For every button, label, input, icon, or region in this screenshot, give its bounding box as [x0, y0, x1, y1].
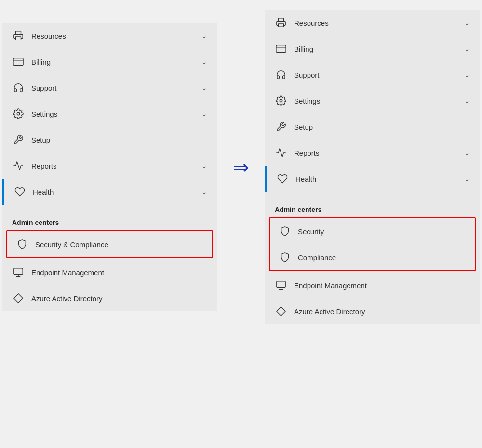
- svg-point-3: [17, 112, 20, 115]
- billing-label-r: Billing: [294, 45, 464, 53]
- setup-label: Setup: [31, 136, 207, 144]
- right-panel: Resources ⌄ Billing ⌄ Support ⌄: [265, 10, 480, 324]
- right-admin-list: Endpoint Management Azure Active Directo…: [265, 272, 480, 324]
- sidebar-item-support[interactable]: Support ⌄: [2, 75, 217, 101]
- chevron-icon: ⌄: [464, 149, 470, 157]
- sidebar-item-resources-r[interactable]: Resources ⌄: [265, 10, 480, 36]
- gear-icon: [12, 107, 25, 120]
- chevron-icon: ⌄: [201, 162, 207, 170]
- right-arrow-icon: ⇒: [233, 156, 249, 178]
- headset-icon: [12, 81, 25, 94]
- svg-rect-8: [279, 24, 284, 27]
- svg-point-11: [280, 99, 282, 102]
- chevron-icon: ⌄: [201, 84, 207, 92]
- billing-label: Billing: [31, 58, 201, 66]
- azure-ad-label: Azure Active Directory: [31, 294, 207, 303]
- sidebar-item-billing[interactable]: Billing ⌄: [2, 49, 217, 75]
- wrench-icon: [275, 120, 287, 133]
- reports-label-r: Reports: [294, 149, 464, 157]
- svg-marker-15: [277, 307, 285, 316]
- heart-icon: [13, 185, 26, 198]
- sidebar-item-settings-r[interactable]: Settings ⌄: [265, 88, 480, 114]
- credit-card-icon: [275, 42, 287, 55]
- chevron-icon: ⌄: [201, 188, 207, 196]
- health-label: Health: [33, 188, 201, 196]
- page-wrapper: Resources ⌄ Billing ⌄ Support ⌄: [2, 10, 480, 324]
- chevron-icon: ⌄: [464, 71, 470, 79]
- security-compliance-highlight: Security & Compliance: [6, 230, 213, 258]
- credit-card-icon: [12, 55, 25, 68]
- svg-rect-0: [16, 37, 21, 40]
- sidebar-item-endpoint-management[interactable]: Endpoint Management: [2, 259, 217, 285]
- sidebar-item-security[interactable]: Security: [270, 218, 475, 244]
- shield-icon: [279, 251, 291, 264]
- svg-rect-4: [14, 268, 23, 275]
- printer-icon: [275, 16, 287, 29]
- headset-icon: [275, 68, 287, 81]
- sidebar-item-resources[interactable]: Resources ⌄: [2, 23, 217, 49]
- sidebar-item-health[interactable]: Health ⌄: [2, 179, 217, 205]
- chevron-icon: ⌄: [201, 58, 207, 66]
- health-label-r: Health: [295, 175, 464, 183]
- chart-icon: [12, 159, 25, 172]
- right-nav-list: Resources ⌄ Billing ⌄ Support ⌄: [265, 10, 480, 192]
- left-nav-list: Resources ⌄ Billing ⌄ Support ⌄: [2, 23, 217, 205]
- svg-marker-7: [14, 294, 23, 303]
- security-compliance-label: Security & Compliance: [35, 240, 202, 249]
- sidebar-item-health-r[interactable]: Health ⌄: [265, 166, 480, 192]
- chevron-icon: ⌄: [201, 110, 207, 118]
- sidebar-item-security-compliance[interactable]: Security & Compliance: [7, 231, 212, 257]
- shield-icon: [16, 238, 28, 250]
- wrench-icon: [12, 133, 25, 146]
- divider: [12, 209, 207, 209]
- reports-label: Reports: [31, 162, 201, 170]
- chevron-icon: ⌄: [464, 175, 470, 183]
- divider-r: [275, 196, 470, 196]
- printer-icon: [12, 29, 25, 42]
- sidebar-item-setup-r[interactable]: Setup: [265, 114, 480, 140]
- resources-label: Resources: [31, 32, 201, 40]
- chevron-icon: ⌄: [464, 19, 470, 26]
- settings-label: Settings: [31, 110, 201, 118]
- svg-rect-9: [276, 45, 286, 53]
- sidebar-item-endpoint-management-r[interactable]: Endpoint Management: [265, 272, 480, 298]
- sidebar-item-azure-ad-r[interactable]: Azure Active Directory: [265, 298, 480, 324]
- admin-centers-title-r: Admin centers: [265, 200, 480, 216]
- svg-rect-12: [277, 281, 285, 288]
- azure-ad-label-r: Azure Active Directory: [294, 307, 470, 316]
- sidebar-item-reports[interactable]: Reports ⌄: [2, 153, 217, 179]
- chart-icon: [275, 146, 287, 159]
- gear-icon: [275, 94, 287, 107]
- endpoint-management-label-r: Endpoint Management: [294, 281, 470, 290]
- sidebar-item-compliance[interactable]: Compliance: [270, 244, 475, 270]
- sidebar-item-reports-r[interactable]: Reports ⌄: [265, 140, 480, 166]
- sidebar-item-settings[interactable]: Settings ⌄: [2, 101, 217, 127]
- monitor-icon: [12, 266, 25, 278]
- security-label: Security: [298, 227, 465, 236]
- shield-icon: [279, 225, 291, 237]
- security-compliance-group: Security Compliance: [269, 217, 476, 271]
- heart-icon: [276, 172, 289, 185]
- sidebar-item-billing-r[interactable]: Billing ⌄: [265, 36, 480, 62]
- support-label: Support: [31, 84, 201, 92]
- admin-centers-title: Admin centers: [2, 213, 217, 229]
- sidebar-item-support-r[interactable]: Support ⌄: [265, 62, 480, 88]
- support-label-r: Support: [294, 71, 464, 79]
- arrow-container: ⇒: [227, 156, 255, 178]
- left-admin-list: Endpoint Management Azure Active Directo…: [2, 259, 217, 311]
- endpoint-management-label: Endpoint Management: [31, 268, 207, 277]
- compliance-label: Compliance: [298, 253, 465, 262]
- left-panel: Resources ⌄ Billing ⌄ Support ⌄: [2, 23, 217, 311]
- svg-rect-1: [13, 58, 23, 66]
- setup-label-r: Setup: [294, 123, 470, 131]
- resources-label-r: Resources: [294, 19, 464, 27]
- chevron-icon: ⌄: [464, 45, 470, 53]
- chevron-icon: ⌄: [464, 97, 470, 105]
- diamond-icon: [275, 305, 287, 317]
- settings-label-r: Settings: [294, 97, 464, 105]
- monitor-icon: [275, 279, 287, 291]
- sidebar-item-azure-ad[interactable]: Azure Active Directory: [2, 285, 217, 311]
- chevron-icon: ⌄: [201, 32, 207, 40]
- sidebar-item-setup[interactable]: Setup: [2, 127, 217, 153]
- diamond-icon: [12, 292, 25, 304]
